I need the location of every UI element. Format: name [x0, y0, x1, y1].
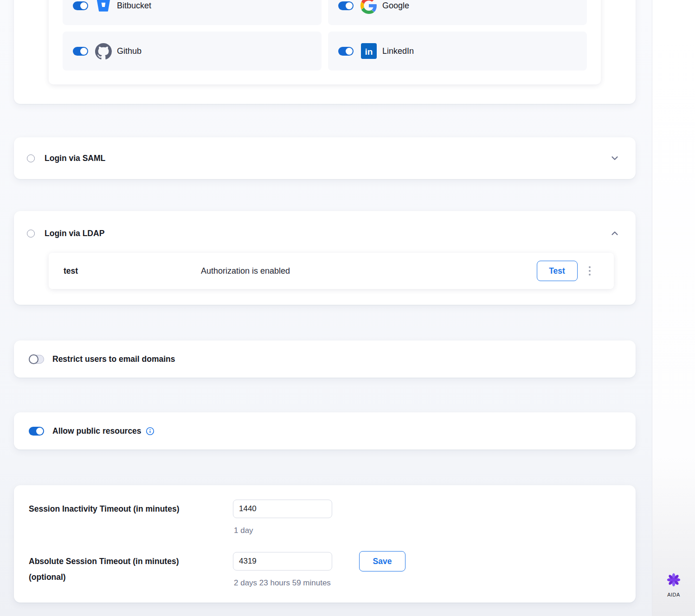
- ldap-connection-name: test: [64, 266, 201, 276]
- restrict-email-domains-label: Restrict users to email domains: [52, 354, 175, 364]
- session-timeout-section: Session Inactivity Timeout (in minutes) …: [14, 485, 636, 603]
- absolute-timeout-label-line2: (optional): [29, 569, 233, 585]
- absolute-timeout-field: 2 days 23 hours 59 minutes: [233, 552, 332, 588]
- ldap-label: Login via LDAP: [45, 229, 104, 238]
- saml-radio[interactable]: [27, 154, 35, 162]
- auth-settings-page: Bitbucket Google: [0, 0, 695, 616]
- inactivity-timeout-input[interactable]: [233, 500, 332, 518]
- assistant-panel: AIDA: [652, 0, 695, 616]
- svg-text:in: in: [365, 47, 373, 57]
- test-button[interactable]: Test: [537, 261, 578, 281]
- save-button[interactable]: Save: [359, 551, 405, 571]
- restrict-email-domains-toggle[interactable]: [29, 355, 44, 364]
- settings-column: Bitbucket Google: [14, 0, 636, 603]
- info-icon[interactable]: [146, 427, 154, 436]
- allow-public-resources-toggle[interactable]: [29, 427, 44, 436]
- google-toggle[interactable]: [338, 1, 354, 10]
- chevron-up-icon[interactable]: [610, 228, 620, 238]
- linkedin-toggle[interactable]: [338, 47, 354, 56]
- absolute-timeout-hint: 2 days 23 hours 59 minutes: [233, 578, 332, 588]
- ldap-connection-row: test Authorization is enabled Test: [49, 253, 614, 289]
- provider-tile-linkedin: in LinkedIn: [328, 32, 587, 71]
- provider-label: LinkedIn: [382, 46, 414, 56]
- github-toggle[interactable]: [73, 47, 88, 56]
- aida-label: AIDA: [667, 592, 680, 597]
- bitbucket-icon: [95, 0, 112, 14]
- allow-public-resources-label: Allow public resources: [52, 426, 142, 436]
- saml-section: Login via SAML: [14, 137, 636, 179]
- oauth-providers-card: Bitbucket Google: [14, 0, 636, 104]
- inactivity-timeout-label: Session Inactivity Timeout (in minutes): [29, 500, 233, 517]
- inactivity-timeout-field: 1 day: [233, 500, 332, 535]
- chevron-down-icon[interactable]: [610, 153, 620, 163]
- provider-tiles: Bitbucket Google: [63, 0, 587, 71]
- saml-label: Login via SAML: [45, 154, 105, 163]
- provider-label: Google: [382, 1, 409, 11]
- github-icon: [95, 43, 112, 59]
- linkedin-icon: in: [360, 43, 377, 59]
- aida-widget-button[interactable]: AIDA: [652, 572, 695, 597]
- inactivity-timeout-hint: 1 day: [233, 526, 332, 535]
- absolute-timeout-input[interactable]: [233, 552, 332, 571]
- absolute-timeout-label: Absolute Session Timeout (in minutes) (o…: [29, 552, 233, 585]
- ldap-header: Login via LDAP: [27, 225, 620, 241]
- restrict-email-domains-section: Restrict users to email domains: [14, 340, 636, 378]
- provider-tile-github: Github: [63, 32, 322, 71]
- provider-label: Github: [117, 46, 142, 56]
- aida-flower-icon: [666, 572, 681, 589]
- ldap-connection-status: Authorization is enabled: [201, 266, 290, 276]
- absolute-timeout-label-line1: Absolute Session Timeout (in minutes): [29, 553, 233, 569]
- bitbucket-toggle[interactable]: [73, 1, 88, 10]
- allow-public-resources-section: Allow public resources: [14, 412, 636, 449]
- oauth-providers-panel: Bitbucket Google: [49, 0, 601, 84]
- ldap-radio[interactable]: [27, 230, 35, 237]
- google-icon: [360, 0, 377, 14]
- provider-tile-google: Google: [328, 0, 587, 25]
- absolute-timeout-row: Absolute Session Timeout (in minutes) (o…: [29, 552, 623, 588]
- inactivity-timeout-row: Session Inactivity Timeout (in minutes) …: [29, 500, 623, 535]
- provider-label: Bitbucket: [117, 1, 151, 11]
- provider-tile-bitbucket: Bitbucket: [63, 0, 322, 25]
- ldap-section: Login via LDAP test Authorization is ena…: [14, 211, 636, 305]
- kebab-menu-icon[interactable]: [587, 264, 593, 278]
